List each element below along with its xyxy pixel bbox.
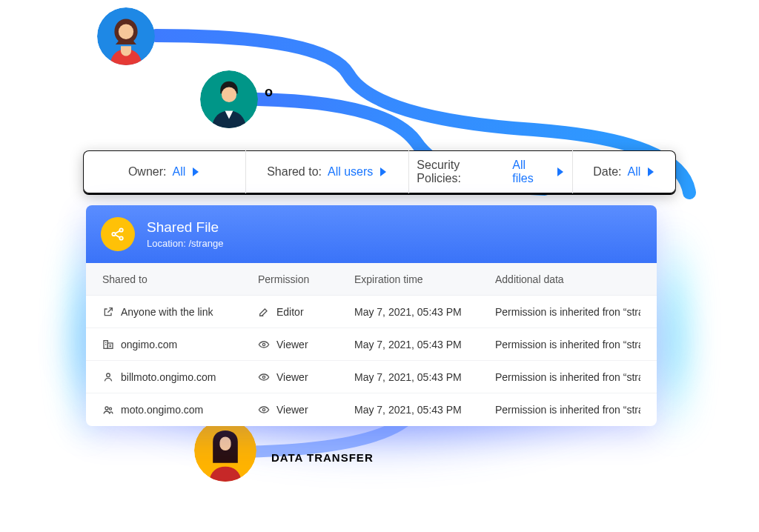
cell-permission: Editor xyxy=(258,306,354,318)
caret-right-icon xyxy=(380,167,386,176)
svg-point-22 xyxy=(109,408,111,410)
cell-expiration: May 7, 2021, 05:43 PM xyxy=(354,306,495,318)
filter-bar: Owner: All Shared to: All users Security… xyxy=(83,150,676,193)
filter-date[interactable]: Date: All xyxy=(573,150,677,193)
cell-permission: Viewer xyxy=(258,339,354,350)
svg-point-6 xyxy=(112,233,115,236)
filter-security-policies[interactable]: Security Policies: All files xyxy=(409,150,572,193)
table-row[interactable]: billmoto.ongimo.comViewerMay 7, 2021, 05… xyxy=(86,361,657,393)
cell-permission: Viewer xyxy=(258,404,354,416)
svg-rect-5 xyxy=(219,437,231,450)
people-icon xyxy=(102,404,114,416)
svg-point-18 xyxy=(262,343,265,345)
filter-value: All xyxy=(628,165,641,179)
svg-rect-13 xyxy=(107,343,113,348)
col-additional: Additional data xyxy=(495,273,640,285)
cell-shared-to: Anyone with the link xyxy=(102,306,258,318)
external-link-icon xyxy=(102,306,114,318)
pencil-icon xyxy=(258,306,270,318)
cell-expiration: May 7, 2021, 05:43 PM xyxy=(354,371,495,383)
cell-permission: Viewer xyxy=(258,371,354,383)
panel-title: Shared File xyxy=(147,219,223,236)
col-shared-to: Shared to xyxy=(102,273,258,285)
svg-point-8 xyxy=(119,236,122,239)
svg-point-21 xyxy=(105,407,108,410)
decor-label: DATA TRANSFER xyxy=(271,451,374,464)
panel-location: Location: /strange xyxy=(147,238,223,249)
filter-owner[interactable]: Owner: All xyxy=(83,150,246,193)
share-table: Shared to Permission Expiration time Add… xyxy=(86,263,657,426)
cell-expiration: May 7, 2021, 05:43 PM xyxy=(354,404,495,416)
filter-label: Shared to: xyxy=(267,165,322,179)
caret-right-icon xyxy=(648,167,654,176)
svg-line-9 xyxy=(116,230,120,233)
shared-to-text: billmoto.ongimo.com xyxy=(121,371,216,383)
eye-icon xyxy=(258,404,270,416)
filter-value: All xyxy=(172,165,185,179)
svg-point-7 xyxy=(119,228,122,231)
filter-label: Owner: xyxy=(128,165,167,179)
cell-additional: Permission is inherited fron “strange’ xyxy=(495,339,640,350)
col-expiration: Expiration time xyxy=(354,273,495,285)
permission-text: Editor xyxy=(276,306,304,318)
eye-icon xyxy=(258,339,270,350)
filter-value: All files xyxy=(512,159,549,185)
caret-right-icon xyxy=(193,167,199,176)
cell-expiration: May 7, 2021, 05:43 PM xyxy=(354,339,495,350)
panel-header: Shared File Location: /strange xyxy=(86,205,657,263)
share-icon xyxy=(101,217,135,251)
table-header-row: Shared to Permission Expiration time Add… xyxy=(86,263,657,296)
filter-label: Security Policies: xyxy=(417,159,506,185)
shared-file-panel: Shared File Location: /strange Shared to… xyxy=(86,205,657,426)
svg-point-1 xyxy=(119,24,133,39)
avatar-user-3 xyxy=(194,419,256,482)
table-row[interactable]: ongimo.comViewerMay 7, 2021, 05:43 PMPer… xyxy=(86,328,657,361)
avatar-user-2 xyxy=(200,70,258,128)
svg-point-3 xyxy=(222,87,236,102)
shared-to-text: ongimo.com xyxy=(121,339,177,350)
table-row[interactable]: moto.ongimo.comViewerMay 7, 2021, 05:43 … xyxy=(86,393,657,426)
cell-shared-to: moto.ongimo.com xyxy=(102,404,258,416)
person-icon xyxy=(102,371,114,383)
cell-additional: Permission is inherited fron “strange’ xyxy=(495,404,640,416)
table-row[interactable]: Anyone with the linkEditorMay 7, 2021, 0… xyxy=(86,296,657,328)
permission-text: Viewer xyxy=(276,339,308,350)
permission-text: Viewer xyxy=(276,404,308,416)
panel-glow-cyan-right xyxy=(660,222,689,445)
svg-line-10 xyxy=(116,235,120,238)
shared-to-text: Anyone with the link xyxy=(121,306,213,318)
cell-shared-to: ongimo.com xyxy=(102,339,258,350)
obscured-text: o xyxy=(265,84,273,100)
caret-right-icon xyxy=(557,167,563,176)
filter-value: All users xyxy=(328,165,373,179)
avatar-user-1 xyxy=(97,7,155,65)
col-permission: Permission xyxy=(258,273,354,285)
svg-point-19 xyxy=(107,373,110,377)
filter-shared-to[interactable]: Shared to: All users xyxy=(246,150,409,193)
svg-point-20 xyxy=(262,376,265,378)
cell-shared-to: billmoto.ongimo.com xyxy=(102,371,258,383)
domain-icon xyxy=(102,339,114,350)
eye-icon xyxy=(258,371,270,383)
shared-to-text: moto.ongimo.com xyxy=(121,404,203,416)
permission-text: Viewer xyxy=(276,371,308,383)
svg-point-23 xyxy=(262,408,265,410)
filter-label: Date: xyxy=(593,165,621,179)
cell-additional: Permission is inherited fron “strange’ xyxy=(495,306,640,318)
cell-additional: Permission is inherited fron “strange’ xyxy=(495,371,640,383)
